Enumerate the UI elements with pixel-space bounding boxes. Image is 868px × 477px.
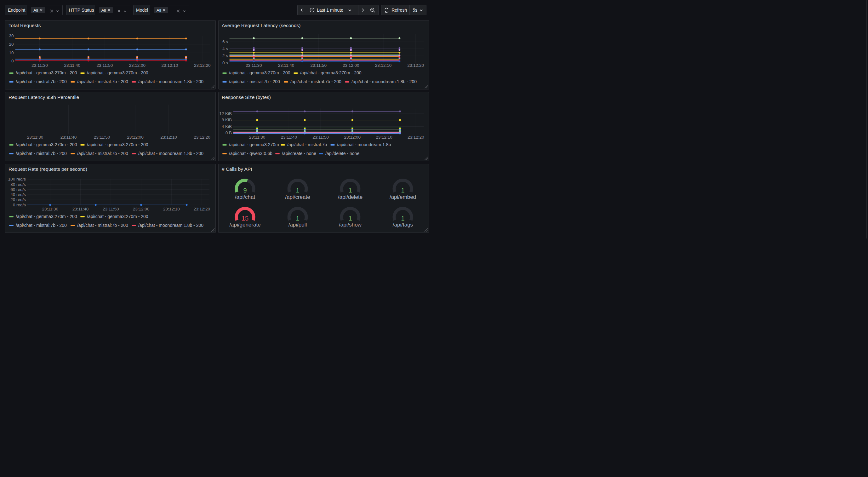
svg-text:20: 20 <box>9 42 13 47</box>
svg-text:60 req/s: 60 req/s <box>10 187 26 192</box>
svg-text:1: 1 <box>401 187 404 194</box>
svg-text:/api/delete: /api/delete <box>338 194 363 200</box>
svg-text:23:11:40: 23:11:40 <box>72 207 89 211</box>
svg-text:/api/show: /api/show <box>339 222 362 228</box>
svg-text:23:12:10: 23:12:10 <box>376 135 393 140</box>
svg-text:23:11:50: 23:11:50 <box>97 63 113 68</box>
svg-text:4 s: 4 s <box>222 46 228 51</box>
svg-text:23:11:50: 23:11:50 <box>103 207 119 211</box>
svg-text:15: 15 <box>242 215 248 222</box>
svg-text:23:12:00: 23:12:00 <box>133 207 150 211</box>
svg-text:23:12:00: 23:12:00 <box>127 135 144 140</box>
svg-text:23:11:30: 23:11:30 <box>27 135 43 140</box>
svg-text:/api/create: /api/create <box>285 194 310 200</box>
svg-text:/api/tags: /api/tags <box>393 222 413 228</box>
svg-text:23:11:40: 23:11:40 <box>60 135 77 140</box>
svg-text:1: 1 <box>348 187 352 194</box>
svg-text:/api/embed: /api/embed <box>390 194 416 200</box>
svg-text:23:12:20: 23:12:20 <box>193 207 210 211</box>
svg-text:23:11:30: 23:11:30 <box>31 63 48 68</box>
svg-text:23:11:30: 23:11:30 <box>42 207 58 211</box>
svg-text:23:11:50: 23:11:50 <box>94 135 110 140</box>
svg-text:23:12:10: 23:12:10 <box>161 63 178 68</box>
svg-text:23:12:00: 23:12:00 <box>129 63 146 68</box>
svg-text:4 KiB: 4 KiB <box>222 124 232 129</box>
svg-text:6 s: 6 s <box>222 39 228 44</box>
svg-text:80 req/s: 80 req/s <box>10 182 26 187</box>
svg-text:0 req/s: 0 req/s <box>13 203 26 207</box>
svg-text:23:11:40: 23:11:40 <box>64 63 80 68</box>
svg-text:23:11:30: 23:11:30 <box>249 135 266 140</box>
svg-text:30: 30 <box>9 33 13 38</box>
svg-text:23:11:40: 23:11:40 <box>278 63 294 68</box>
svg-text:0 B: 0 B <box>225 130 232 135</box>
svg-text:1: 1 <box>401 215 404 222</box>
svg-text:12 KiB: 12 KiB <box>219 111 232 116</box>
svg-text:23:12:20: 23:12:20 <box>407 63 424 68</box>
svg-text:9: 9 <box>243 187 247 194</box>
svg-text:20 req/s: 20 req/s <box>10 197 26 202</box>
svg-text:23:12:20: 23:12:20 <box>407 135 424 140</box>
svg-text:1: 1 <box>296 215 299 222</box>
svg-text:23:12:10: 23:12:10 <box>160 135 177 140</box>
svg-text:/api/generate: /api/generate <box>229 222 260 228</box>
svg-text:23:11:50: 23:11:50 <box>311 63 327 68</box>
svg-text:23:12:00: 23:12:00 <box>343 63 359 68</box>
svg-text:23:11:40: 23:11:40 <box>281 135 297 140</box>
svg-text:23:11:30: 23:11:30 <box>246 63 262 68</box>
svg-text:/api/pull: /api/pull <box>288 222 307 228</box>
svg-text:40 req/s: 40 req/s <box>10 192 26 197</box>
svg-text:23:12:10: 23:12:10 <box>163 207 180 211</box>
svg-text:23:12:20: 23:12:20 <box>194 135 210 140</box>
svg-text:0 s: 0 s <box>222 60 228 65</box>
svg-text:10: 10 <box>9 51 13 55</box>
svg-text:2 s: 2 s <box>222 53 228 58</box>
svg-text:23:12:20: 23:12:20 <box>194 63 211 68</box>
svg-text:1: 1 <box>348 215 352 222</box>
svg-text:0: 0 <box>11 59 14 63</box>
svg-text:/api/chat: /api/chat <box>235 194 255 200</box>
svg-text:8 KiB: 8 KiB <box>222 118 232 122</box>
svg-text:23:12:10: 23:12:10 <box>375 63 392 68</box>
svg-text:23:11:50: 23:11:50 <box>312 135 329 140</box>
svg-text:1: 1 <box>296 187 299 194</box>
svg-text:100 req/s: 100 req/s <box>8 177 26 181</box>
svg-text:23:12:00: 23:12:00 <box>344 135 361 140</box>
